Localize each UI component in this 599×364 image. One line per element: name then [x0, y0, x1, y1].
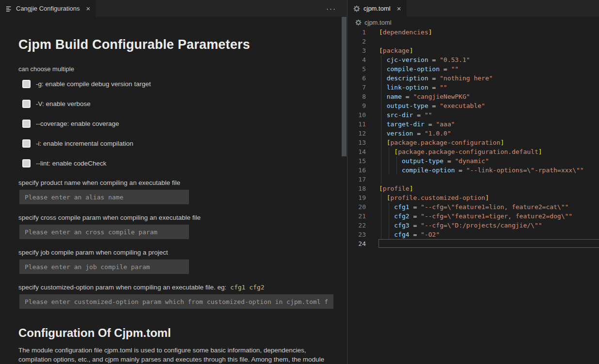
field-label: specify customized-option param when com… — [18, 284, 333, 291]
code-line[interactable]: 24 — [347, 239, 599, 248]
code-line[interactable]: 9 output-type = "executable" — [347, 101, 599, 110]
line-content: output-type = "dynamic" — [379, 156, 489, 166]
indent-guide-icon — [381, 64, 381, 74]
editor-tab-bar: cjpm.toml × — [347, 0, 599, 17]
code-line[interactable]: 19 [profile.customized-option] — [347, 193, 599, 202]
text-input-3[interactable] — [19, 294, 333, 309]
code-line[interactable]: 18[profile] — [347, 184, 599, 193]
line-content: version = "1.0.0" — [379, 129, 451, 138]
code-line[interactable]: 17 — [347, 175, 599, 184]
editor-panel: cjpm.toml × cjpm.toml 1[dependencies]23[… — [347, 0, 599, 364]
line-content: cfg3 = "--cfg=\"D:/projects/cangjie/\"" — [379, 221, 542, 230]
line-number: 20 — [347, 202, 366, 212]
line-number: 8 — [347, 92, 366, 101]
checkbox-label: --coverage: enable coverage — [36, 120, 119, 127]
code-line[interactable]: 1[dependencies] — [347, 28, 599, 37]
checkbox-3[interactable] — [22, 139, 31, 148]
line-content: output-type = "executable" — [379, 101, 485, 110]
code-line[interactable]: 23 cfg4 = "-O2" — [347, 230, 599, 239]
field-label: specify cross compile param when compili… — [18, 214, 333, 221]
line-number: 19 — [347, 193, 366, 202]
checkbox-label: -g: enable compile debug version target — [36, 80, 151, 88]
indent-guide-icon — [389, 156, 389, 166]
checkbox-row: --coverage: enable coverage — [22, 120, 333, 128]
text-input-0[interactable] — [19, 190, 189, 204]
indent-guide-icon — [389, 202, 389, 212]
tab-label: Cangjie Configurations — [16, 5, 80, 12]
code-line[interactable]: 3[package] — [347, 46, 599, 55]
line-number: 10 — [347, 110, 366, 120]
code-line[interactable]: 12 version = "1.0.0" — [347, 129, 599, 138]
line-number: 6 — [347, 74, 366, 83]
checkbox-1[interactable] — [22, 100, 31, 108]
close-icon[interactable]: × — [86, 5, 91, 12]
vertical-scrollbar[interactable] — [342, 17, 347, 156]
line-number: 1 — [347, 28, 366, 37]
code-line[interactable]: 14 [package.package-configuration.defaul… — [347, 147, 599, 156]
code-line[interactable]: 20 cfg1 = "--cfg=\"feature1=lion, featur… — [347, 202, 599, 212]
indent-guide-icon — [381, 193, 381, 202]
line-number: 4 — [347, 55, 366, 64]
indent-guide-icon — [381, 129, 381, 138]
line-content: compile-option = "--link-options=\"-rpat… — [379, 166, 584, 175]
line-content: [package.package-configuration.default] — [379, 147, 542, 156]
breadcrumb[interactable]: cjpm.toml — [347, 17, 599, 28]
more-actions-icon[interactable]: ··· — [326, 0, 336, 17]
section-body: The module configuration file cjpm.toml … — [18, 346, 325, 364]
line-content: compile-option = "" — [379, 64, 458, 74]
code-line[interactable]: 15 output-type = "dynamic" — [347, 156, 599, 166]
code-line[interactable]: 2 — [347, 37, 599, 46]
line-content: [package] — [379, 46, 413, 55]
code-line[interactable]: 8 name = "cangjieNewPKG" — [347, 92, 599, 101]
code-line[interactable]: 4 cjc-version = "0.53.1" — [347, 55, 599, 64]
indent-guide-icon — [381, 166, 381, 175]
line-content: [dependencies] — [379, 28, 432, 37]
gear-icon — [355, 19, 362, 26]
code-line[interactable]: 5 compile-option = "" — [347, 64, 599, 74]
code-line[interactable]: 16 compile-option = "--link-options=\"-r… — [347, 166, 599, 175]
field-list: specify product name when compiling an e… — [18, 179, 333, 309]
tab-cangjie-configurations[interactable]: Cangjie Configurations × — [0, 0, 96, 17]
code-line[interactable]: 22 cfg3 = "--cfg=\"D:/projects/cangjie/\… — [347, 221, 599, 230]
webview-panel: Cangjie Configurations × ··· Cjpm Build … — [0, 0, 347, 364]
checkbox-4[interactable] — [22, 159, 31, 167]
line-number: 22 — [347, 221, 366, 230]
line-number: 3 — [347, 46, 366, 55]
code-line[interactable]: 11 target-dir = "aaa" — [347, 120, 599, 129]
subtitle: can choose multiple — [18, 65, 333, 73]
text-input-1[interactable] — [19, 225, 189, 239]
checkbox-0[interactable] — [22, 80, 31, 88]
checkbox-label: --lint: enable codeCheck — [36, 160, 107, 167]
indent-guide-icon — [381, 101, 381, 110]
line-content: cjc-version = "0.53.1" — [379, 55, 470, 64]
close-icon[interactable]: × — [397, 5, 401, 12]
line-number: 2 — [347, 37, 366, 46]
line-content: src-dir = "" — [379, 110, 432, 120]
indent-guide-icon — [381, 92, 381, 101]
breadcrumb-item[interactable]: cjpm.toml — [364, 19, 392, 26]
indent-guide-icon — [381, 156, 381, 166]
line-number: 23 — [347, 230, 366, 239]
settings-list-icon — [6, 5, 13, 12]
code-line[interactable]: 6 description = "nothing here" — [347, 74, 599, 83]
checkbox-2[interactable] — [22, 120, 31, 128]
indent-guide-icon — [389, 212, 389, 221]
code-line[interactable]: 21 cfg2 = "--cfg=\"feature1=tiger, featu… — [347, 212, 599, 221]
line-content: [package.package-configuration] — [379, 138, 504, 147]
code-line[interactable]: 7 link-option = "" — [347, 83, 599, 92]
checkbox-list: -g: enable compile debug version target-… — [18, 80, 333, 167]
indent-guide-icon — [381, 83, 381, 92]
tab-cjpm-toml[interactable]: cjpm.toml × — [347, 0, 407, 17]
page-title: Cjpm Build Configurable Parameters — [18, 37, 333, 52]
text-input-2[interactable] — [19, 259, 189, 274]
line-number: 13 — [347, 138, 366, 147]
vscode-window: Cangjie Configurations × ··· Cjpm Build … — [0, 0, 599, 364]
section-title: Configuration Of Cjpm.toml — [18, 326, 333, 340]
line-content: name = "cangjieNewPKG" — [379, 92, 470, 101]
line-content: description = "nothing here" — [379, 74, 493, 83]
indent-guide-icon — [389, 147, 389, 156]
code-line[interactable]: 10 src-dir = "" — [347, 110, 599, 120]
code-line[interactable]: 13 [package.package-configuration] — [347, 138, 599, 147]
indent-guide-icon — [381, 212, 381, 221]
tab-label: cjpm.toml — [363, 5, 391, 12]
